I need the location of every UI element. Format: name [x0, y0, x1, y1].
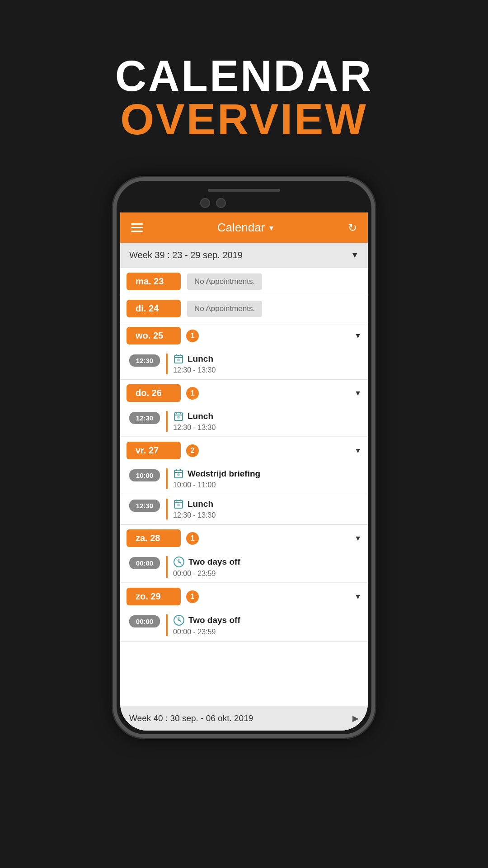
appointment-time: 00:00 - 23:59: [173, 628, 361, 636]
svg-point-23: [178, 619, 180, 621]
appointment-name: Two days off: [188, 557, 240, 567]
day-label-za-28: za. 28: [127, 529, 181, 547]
day-header-do-26[interactable]: do. 26 1 ▼: [120, 380, 368, 406]
appointment-item[interactable]: 12:30 Lunch 12:30 - 13: [120, 349, 368, 379]
day-block-do-26: do. 26 1 ▼ 12:30: [120, 380, 368, 437]
header-title-container[interactable]: Calendar ▾: [217, 221, 274, 235]
day-block-ma-23: ma. 23 No Appointments.: [120, 268, 368, 295]
week-selector-chevron-icon: ▼: [351, 250, 359, 260]
day-label-vr-27: vr. 27: [127, 442, 181, 459]
appointment-details: Lunch 12:30 - 13:30: [166, 411, 361, 432]
day-chevron-wo-25-icon: ▼: [354, 332, 361, 340]
day-header-vr-27[interactable]: vr. 27 2 ▼: [120, 437, 368, 464]
appointment-item[interactable]: 10:00 Wedstrijd briefing: [120, 464, 368, 494]
time-badge: 12:30: [129, 354, 160, 367]
calendar-content[interactable]: ma. 23 No Appointments. di. 24 No Appoin…: [120, 268, 368, 706]
day-block-di-24: di. 24 No Appointments.: [120, 295, 368, 322]
day-label-wo-25: wo. 25: [127, 327, 181, 344]
phone-camera-left: [200, 198, 210, 208]
refresh-icon[interactable]: ↻: [348, 222, 357, 234]
appointment-item[interactable]: 00:00 Two days off 00:00 - 23:59: [120, 552, 368, 583]
day-count-do-26: 1: [186, 387, 199, 400]
day-block-zo-29: zo. 29 1 ▼ 00:00: [120, 583, 368, 642]
day-block-za-28: za. 28 1 ▼ 00:00: [120, 525, 368, 583]
page-title-calendar: CALENDAR: [115, 54, 373, 98]
day-chevron-za-28-icon: ▼: [354, 534, 361, 542]
calendar-icon: [173, 354, 184, 364]
phone-screen: Calendar ▾ ↻ Week 39 : 23 - 29 sep. 2019…: [120, 212, 368, 731]
day-header-zo-29[interactable]: zo. 29 1 ▼: [120, 583, 368, 610]
calendar-icon: [173, 499, 184, 509]
day-header-di-24[interactable]: di. 24 No Appointments.: [120, 295, 368, 322]
appointment-details: Two days off 00:00 - 23:59: [166, 614, 361, 636]
appointment-details: Two days off 00:00 - 23:59: [166, 556, 361, 578]
appointment-item[interactable]: 12:30 Lunch 12:30 - 13: [120, 406, 368, 437]
clock-special-icon: [173, 556, 185, 568]
phone-frame: Calendar ▾ ↻ Week 39 : 23 - 29 sep. 2019…: [113, 177, 375, 738]
calendar-icon: [173, 411, 184, 422]
hamburger-menu-button[interactable]: [131, 223, 143, 232]
appointment-time: 10:00 - 11:00: [173, 481, 361, 489]
page-title-overview: OVERVIEW: [115, 98, 373, 141]
appointment-name: Lunch: [188, 499, 213, 509]
appointment-item[interactable]: 00:00 Two days off 00:00 - 23:59: [120, 610, 368, 641]
time-badge: 12:30: [129, 412, 160, 424]
no-appointments-di-24: No Appointments.: [187, 301, 262, 317]
title-section: CALENDAR OVERVIEW: [115, 54, 373, 141]
day-label-do-26: do. 26: [127, 384, 181, 402]
phone-top-bar: [208, 189, 280, 192]
time-badge: 12:30: [129, 500, 160, 512]
day-count-vr-27: 2: [186, 444, 199, 457]
appointment-name: Lunch: [188, 354, 213, 364]
no-appointments-ma-23: No Appointments.: [187, 274, 262, 290]
day-chevron-vr-27-icon: ▼: [354, 447, 361, 455]
day-label-ma-23: ma. 23: [127, 273, 181, 290]
svg-point-9: [177, 416, 180, 419]
day-count-zo-29: 1: [186, 590, 199, 603]
day-header-ma-23[interactable]: ma. 23 No Appointments.: [120, 268, 368, 295]
day-count-za-28: 1: [186, 532, 199, 545]
day-count-wo-25: 1: [186, 330, 199, 342]
svg-point-14: [177, 473, 180, 476]
appointment-time: 12:30 - 13:30: [173, 424, 361, 432]
appointment-title-row: Two days off: [173, 614, 361, 626]
day-chevron-zo-29-icon: ▼: [354, 593, 361, 601]
appointment-title-row: Two days off: [173, 556, 361, 568]
appointment-details: Lunch 12:30 - 13:30: [166, 499, 361, 519]
svg-point-19: [177, 504, 180, 506]
next-week-label: Week 40 : 30 sep. - 06 okt. 2019: [129, 713, 253, 723]
chevron-down-icon: ▾: [269, 223, 273, 233]
week-selector[interactable]: Week 39 : 23 - 29 sep. 2019 ▼: [120, 243, 368, 268]
next-icon: ▶: [352, 713, 359, 723]
day-label-di-24: di. 24: [127, 300, 181, 317]
app-header: Calendar ▾ ↻: [120, 212, 368, 243]
phone-camera-right: [216, 198, 226, 208]
next-week-bar[interactable]: Week 40 : 30 sep. - 06 okt. 2019 ▶: [120, 706, 368, 731]
calendar-icon: [173, 468, 184, 479]
day-block-wo-25: wo. 25 1 ▼ 12:30: [120, 322, 368, 380]
header-title: Calendar: [217, 221, 265, 235]
appointment-time: 12:30 - 13:30: [173, 511, 361, 519]
appointment-name: Lunch: [188, 411, 213, 421]
svg-point-4: [177, 359, 180, 361]
time-badge: 10:00: [129, 469, 160, 481]
day-header-za-28[interactable]: za. 28 1 ▼: [120, 525, 368, 552]
day-chevron-do-26-icon: ▼: [354, 389, 361, 397]
appointment-name: Two days off: [188, 615, 240, 625]
appointment-name: Wedstrijd briefing: [188, 469, 260, 479]
appointment-time: 12:30 - 13:30: [173, 366, 361, 374]
appointment-details: Wedstrijd briefing 10:00 - 11:00: [166, 468, 361, 489]
day-header-wo-25[interactable]: wo. 25 1 ▼: [120, 322, 368, 349]
appointment-title-row: Wedstrijd briefing: [173, 468, 361, 479]
appointment-details: Lunch 12:30 - 13:30: [166, 354, 361, 374]
appointment-time: 00:00 - 23:59: [173, 570, 361, 578]
appointment-title-row: Lunch: [173, 411, 361, 422]
appointment-title-row: Lunch: [173, 499, 361, 509]
time-badge: 00:00: [129, 615, 160, 627]
svg-point-21: [178, 561, 180, 563]
appointment-item[interactable]: 12:30 Lunch 12:30 - 13: [120, 494, 368, 524]
appointment-title-row: Lunch: [173, 354, 361, 364]
day-label-zo-29: zo. 29: [127, 588, 181, 605]
current-week-label: Week 39 : 23 - 29 sep. 2019: [129, 250, 243, 260]
clock-special-icon: [173, 614, 185, 626]
